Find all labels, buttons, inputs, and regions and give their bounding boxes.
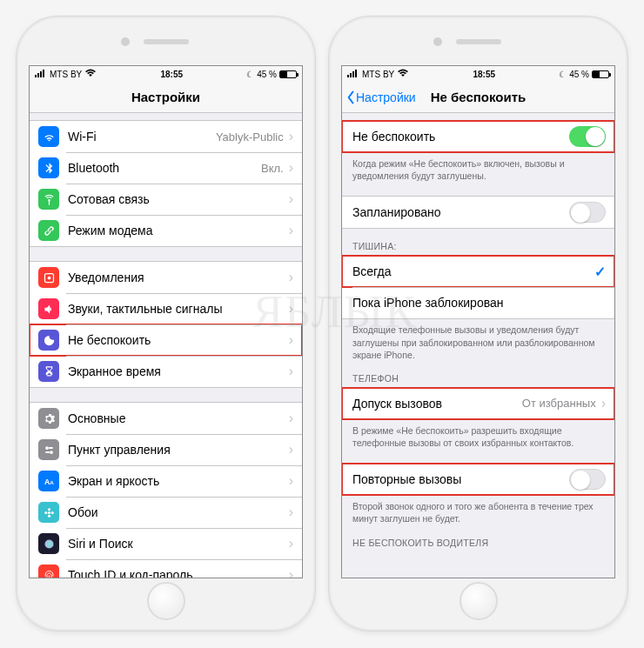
silence-locked-label: Пока iPhone заблокирован — [352, 296, 606, 310]
settings-row-antenna[interactable]: Сотовая связь› — [30, 184, 302, 215]
group-repeat-calls: Повторные вызовы — [342, 463, 614, 496]
status-bar: MTS BY 18:55 ☾ 45 % — [342, 66, 614, 82]
settings-row-bluetooth[interactable]: BluetoothВкл.› — [30, 152, 302, 184]
chevron-right-icon: › — [601, 396, 606, 411]
battery-icon — [592, 70, 609, 78]
dnd-footer: Когда режим «Не беспокоить» включен, выз… — [342, 153, 614, 182]
settings-row-bell[interactable]: Уведомления› — [30, 262, 302, 293]
speaker-icon — [38, 298, 59, 319]
settings-group-notifications: Уведомления›Звуки, тактильные сигналы›Не… — [30, 261, 302, 388]
row-silence-always[interactable]: Всегда ✓ — [342, 256, 614, 287]
driving-header: НЕ БЕСПОКОИТЬ ВОДИТЕЛЯ — [342, 525, 614, 551]
allow-calls-label: Допуск вызовов — [352, 397, 522, 411]
signal-icon — [35, 69, 47, 79]
chevron-right-icon: › — [289, 504, 293, 520]
settings-row-aa[interactable]: AAЭкран и яркость› — [30, 465, 302, 497]
link-icon — [38, 220, 59, 241]
silence-header: ТИШИНА: — [342, 229, 614, 255]
group-scheduled: Запланировано — [342, 196, 614, 229]
carrier-label: MTS BY — [362, 70, 394, 79]
svg-rect-3 — [43, 70, 44, 77]
svg-point-14 — [47, 514, 50, 517]
svg-text:A: A — [50, 479, 54, 485]
svg-rect-9 — [45, 451, 50, 453]
row-scheduled[interactable]: Запланировано — [342, 197, 614, 228]
row-value: Yablyk-Public — [216, 130, 284, 144]
bell-icon — [38, 267, 59, 288]
chevron-right-icon: › — [289, 411, 293, 426]
switches-icon — [38, 439, 59, 460]
gear-icon — [38, 408, 59, 429]
settings-row-hourglass[interactable]: Экранное время› — [30, 356, 302, 387]
settings-row-gear[interactable]: Основные› — [30, 403, 302, 434]
settings-row-switches[interactable]: Пункт управления› — [30, 434, 302, 465]
screen-dnd: MTS BY 18:55 ☾ 45 % Настройки Не беспоко… — [341, 65, 615, 578]
scheduled-switch[interactable] — [569, 202, 606, 223]
antenna-icon — [38, 189, 59, 210]
front-camera — [121, 37, 130, 46]
svg-rect-18 — [347, 75, 349, 77]
carrier-label: MTS BY — [50, 70, 82, 79]
bluetooth-icon — [38, 157, 59, 178]
settings-row-moon[interactable]: Не беспокоить› — [30, 324, 302, 356]
moon-status-icon: ☾ — [246, 70, 254, 79]
screen-settings: MTS BY 18:55 ☾ 45 % Настройки Wi-FiYably… — [29, 65, 303, 578]
nav-bar: Настройки — [30, 82, 302, 113]
row-label: Не беспокоить — [68, 333, 287, 347]
group-allow-calls: Допуск вызовов От избранных › — [342, 387, 614, 420]
nav-bar: Настройки Не беспокоить — [342, 82, 614, 113]
svg-rect-1 — [37, 73, 39, 77]
settings-row-touchid[interactable]: Touch ID и код-пароль› — [30, 559, 302, 578]
svg-rect-0 — [35, 75, 37, 77]
settings-row-link[interactable]: Режим модема› — [30, 215, 302, 246]
home-button[interactable] — [147, 582, 185, 620]
dnd-list[interactable]: Не беспокоить Когда режим «Не беспокоить… — [342, 113, 614, 578]
front-camera — [433, 37, 442, 46]
row-label: Bluetooth — [68, 161, 261, 175]
page-title: Настройки — [131, 90, 200, 104]
svg-rect-19 — [350, 73, 352, 77]
flower-icon — [38, 502, 59, 523]
allow-calls-footer: В режиме «Не беспокоить» разрешить входя… — [342, 420, 614, 449]
group-silence: Всегда ✓ Пока iPhone заблокирован — [342, 255, 614, 319]
settings-list[interactable]: Wi-FiYablyk-Public›BluetoothВкл.›Сотовая… — [30, 113, 302, 578]
back-label: Настройки — [356, 90, 416, 104]
silence-always-label: Всегда — [352, 264, 594, 278]
home-button[interactable] — [460, 582, 498, 620]
group-dnd-toggle: Не беспокоить — [342, 120, 614, 153]
row-label: Звуки, тактильные сигналы — [68, 302, 287, 316]
status-time: 18:55 — [160, 70, 183, 79]
row-repeat-calls[interactable]: Повторные вызовы — [342, 464, 614, 495]
page-title: Не беспокоить — [431, 90, 527, 104]
svg-rect-7 — [48, 447, 52, 449]
settings-row-flower[interactable]: Обои› — [30, 497, 302, 528]
row-label: Экранное время — [68, 364, 287, 378]
siri-icon — [38, 533, 59, 554]
battery-percent: 45 % — [569, 70, 589, 79]
phone-left: MTS BY 18:55 ☾ 45 % Настройки Wi-FiYably… — [16, 16, 316, 631]
svg-rect-21 — [355, 70, 357, 77]
repeat-switch[interactable] — [569, 469, 606, 490]
row-label: Пункт управления — [68, 443, 287, 457]
back-button[interactable]: Настройки — [345, 90, 416, 104]
row-silence-locked[interactable]: Пока iPhone заблокирован — [342, 287, 614, 318]
settings-group-connectivity: Wi-FiYablyk-Public›BluetoothВкл.›Сотовая… — [30, 120, 302, 247]
allow-calls-value: От избранных — [522, 397, 596, 410]
moon-status-icon: ☾ — [559, 70, 567, 79]
chevron-right-icon: › — [289, 567, 293, 578]
chevron-right-icon: › — [289, 301, 293, 317]
signal-icon — [347, 69, 359, 79]
wifi-icon — [38, 126, 59, 147]
status-bar: MTS BY 18:55 ☾ 45 % — [30, 66, 302, 82]
settings-row-siri[interactable]: Siri и Поиск› — [30, 528, 302, 559]
dnd-switch[interactable] — [569, 126, 606, 147]
settings-row-wifi[interactable]: Wi-FiYablyk-Public› — [30, 121, 302, 152]
row-allow-calls[interactable]: Допуск вызовов От избранных › — [342, 388, 614, 419]
chevron-right-icon: › — [289, 473, 293, 489]
row-dnd-toggle[interactable]: Не беспокоить — [342, 121, 614, 152]
silence-footer: Входящие телефонные вызовы и уведомления… — [342, 319, 614, 361]
settings-row-speaker[interactable]: Звуки, тактильные сигналы› — [30, 293, 302, 324]
battery-percent: 45 % — [257, 70, 277, 79]
hourglass-icon — [38, 361, 59, 382]
checkmark-icon: ✓ — [594, 264, 606, 280]
